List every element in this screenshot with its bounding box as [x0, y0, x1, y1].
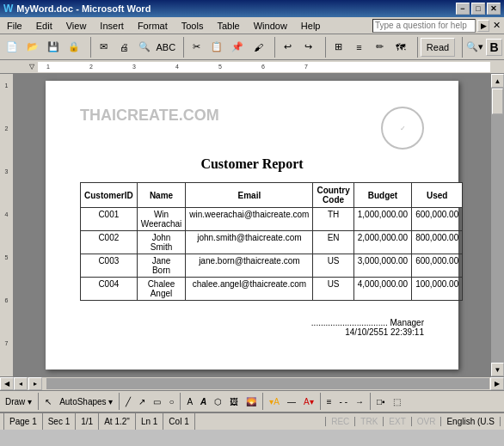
close-help-icon[interactable]: ✕ — [493, 20, 501, 31]
bold-indicator[interactable]: B — [486, 39, 502, 56]
menu-view[interactable]: View — [59, 17, 94, 34]
ruler-mark-2: 2 — [89, 64, 93, 70]
help-search-button[interactable]: ▶ — [477, 20, 489, 32]
spell-button[interactable]: ABC — [156, 37, 176, 58]
rect-tool[interactable]: ▭ — [150, 392, 164, 411]
table-button[interactable]: ⊞ — [329, 37, 348, 58]
minimize-button[interactable]: − — [456, 3, 470, 15]
draw-menu-button[interactable]: Draw ▾ — [2, 392, 35, 411]
format-painter-button[interactable]: 🖌 — [249, 37, 268, 58]
next-page-button[interactable]: ▸ — [28, 377, 42, 390]
open-button[interactable]: 📂 — [22, 37, 42, 58]
read-button[interactable]: Read — [421, 38, 455, 57]
menu-format[interactable]: Format — [131, 17, 175, 34]
diagram-tool[interactable]: ⬡ — [211, 392, 225, 411]
columns-button[interactable]: ≡ — [349, 37, 369, 58]
paste-button[interactable]: 📌 — [228, 37, 248, 58]
print-preview-button[interactable]: 🔍 — [135, 37, 155, 58]
arrow-style-button[interactable]: → — [352, 392, 367, 411]
autoshapes-button[interactable]: AutoShapes ▾ — [56, 392, 116, 411]
document-page: THAICREATE.COM ✓ Customer Report Custome… — [46, 81, 458, 370]
maximize-button[interactable]: □ — [471, 3, 485, 15]
footer-area: ................................ Manager… — [80, 318, 424, 337]
save-button[interactable]: 💾 — [43, 37, 63, 58]
menu-edit[interactable]: Edit — [29, 17, 59, 34]
toolbar-sep-1 — [86, 37, 91, 58]
footer-manager-line: ................................ Manager — [80, 318, 424, 327]
status-at: At 1.2" — [99, 413, 136, 430]
v-ruler-mark-5: 5 — [0, 254, 13, 260]
scroll-down-button[interactable]: ▼ — [491, 363, 504, 376]
select-button[interactable]: ↖ — [41, 392, 55, 411]
cell-budget: 4,000,000.00 — [353, 278, 411, 301]
menu-insert[interactable]: Insert — [93, 17, 131, 34]
font-color-button[interactable]: A▾ — [300, 392, 317, 411]
docmap-button[interactable]: 🗺 — [390, 37, 410, 58]
page-nav-buttons[interactable]: ◂ ▸ — [14, 377, 42, 390]
footer-datetime: 14/10/2551 22:39:11 — [80, 327, 424, 337]
col-header-used: Used — [412, 183, 463, 208]
cell-country: US — [313, 254, 353, 278]
logo-text: THAICREATE.COM — [80, 107, 219, 125]
menu-window[interactable]: Window — [247, 17, 294, 34]
shadow-button[interactable]: □▪ — [373, 392, 389, 411]
draw-sep-2 — [119, 393, 120, 410]
stamp-circle: ✓ — [381, 107, 424, 150]
oval-tool[interactable]: ○ — [165, 392, 177, 411]
horizontal-scrollbar[interactable]: ◀ ◂ ▸ ▶ — [0, 376, 504, 390]
table-row: C002 JohnSmith john.smith@thaicreate.com… — [81, 231, 463, 254]
close-button[interactable]: ✕ — [487, 3, 501, 15]
scroll-right-button[interactable]: ▶ — [490, 377, 504, 390]
draw-sep-5 — [320, 393, 321, 410]
v-ruler-mark-7: 7 — [0, 340, 13, 346]
clipart-tool[interactable]: 🖼 — [226, 392, 242, 411]
cell-email: jane.born@thaicreate.com — [186, 254, 313, 278]
line-style-button[interactable]: ≡ — [323, 392, 335, 411]
image-tool[interactable]: 🌄 — [243, 392, 260, 411]
dash-style-button[interactable]: - - — [336, 392, 351, 411]
cell-cid: C002 — [81, 231, 138, 254]
arrow-tool[interactable]: ↗ — [135, 392, 149, 411]
print-button[interactable]: 🖨 — [114, 37, 134, 58]
col-header-budget: Budget — [353, 183, 411, 208]
drawing-button[interactable]: ✏ — [370, 37, 390, 58]
zoom-dropdown[interactable]: 🔍▾ — [465, 37, 485, 58]
h-scroll-track[interactable] — [46, 378, 489, 389]
copy-button[interactable]: 📋 — [207, 37, 227, 58]
title-bar-controls[interactable]: − □ ✕ — [456, 3, 501, 15]
table-row: C004 ChaleeAngel chalee.angel@thaicreate… — [81, 278, 463, 301]
ruler-mark-1: 1 — [46, 64, 50, 70]
document-scroll-area[interactable]: THAICREATE.COM ✓ Customer Report Custome… — [14, 74, 490, 376]
cell-country: US — [313, 278, 353, 301]
scroll-left-button[interactable]: ◀ — [0, 377, 14, 390]
prev-page-button[interactable]: ◂ — [14, 377, 28, 390]
vertical-scrollbar[interactable]: ▲ ▼ — [490, 74, 504, 376]
line-tool[interactable]: ╱ — [122, 392, 134, 411]
new-button[interactable]: 📄 — [2, 37, 22, 58]
scroll-up-button[interactable]: ▲ — [491, 74, 504, 88]
logo-area: THAICREATE.COM ✓ — [80, 107, 424, 150]
ruler-left-margin-icon: ▽ — [26, 63, 38, 70]
cell-used: 800,000.00 — [412, 231, 463, 254]
redo-button[interactable]: ↪ — [298, 37, 318, 58]
textbox-tool[interactable]: A — [183, 392, 196, 411]
wordart-tool[interactable]: A — [197, 392, 210, 411]
scroll-thumb[interactable] — [492, 89, 503, 114]
3d-button[interactable]: ⬚ — [390, 392, 404, 411]
email-button[interactable]: ✉ — [94, 37, 114, 58]
help-search-input[interactable] — [372, 19, 476, 33]
undo-button[interactable]: ↩ — [278, 37, 298, 58]
menu-help[interactable]: Help — [294, 17, 328, 34]
fill-color-button[interactable]: ▾A — [266, 392, 283, 411]
line-color-button[interactable]: — — [284, 392, 299, 411]
status-page: Page 1 — [3, 413, 43, 430]
report-title: Customer Report — [80, 156, 424, 172]
menu-tools[interactable]: Tools — [175, 17, 211, 34]
menu-table[interactable]: Table — [210, 17, 246, 34]
help-area: ▶ ✕ — [372, 19, 504, 33]
permission-button[interactable]: 🔒 — [64, 37, 83, 58]
ruler-strip: 1 2 3 4 5 6 7 — [38, 62, 490, 72]
cut-button[interactable]: ✂ — [187, 37, 206, 58]
scroll-track[interactable] — [491, 88, 504, 363]
menu-file[interactable]: File — [0, 17, 29, 34]
